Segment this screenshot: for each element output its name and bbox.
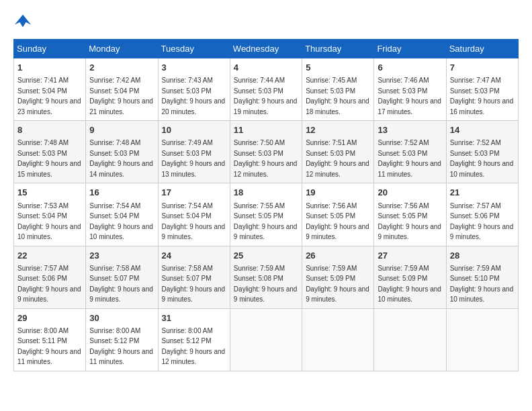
calendar-cell: 18 Sunrise: 7:55 AMSunset: 5:05 PMDaylig… <box>230 183 302 246</box>
day-number: 27 <box>378 250 442 262</box>
calendar-cell: 19 Sunrise: 7:56 AMSunset: 5:05 PMDaylig… <box>302 183 374 246</box>
calendar-cell <box>302 308 374 371</box>
day-info: Sunrise: 7:58 AMSunset: 5:07 PMDaylight:… <box>89 265 153 304</box>
day-info: Sunrise: 7:56 AMSunset: 5:05 PMDaylight:… <box>378 202 441 241</box>
calendar-week-row: 29 Sunrise: 8:00 AMSunset: 5:11 PMDaylig… <box>14 308 519 371</box>
day-number: 4 <box>234 62 298 74</box>
day-info: Sunrise: 7:58 AMSunset: 5:07 PMDaylight:… <box>162 265 226 304</box>
calendar-cell: 7 Sunrise: 7:47 AMSunset: 5:03 PMDayligh… <box>446 58 518 121</box>
day-info: Sunrise: 7:47 AMSunset: 5:03 PMDaylight:… <box>450 77 514 116</box>
day-info: Sunrise: 7:41 AMSunset: 5:04 PMDaylight:… <box>17 77 81 116</box>
logo-icon <box>13 13 32 32</box>
day-number: 19 <box>306 187 370 199</box>
day-info: Sunrise: 7:54 AMSunset: 5:04 PMDaylight:… <box>162 202 226 241</box>
weekday-header-monday: Monday <box>86 40 158 58</box>
day-number: 2 <box>89 62 154 74</box>
day-info: Sunrise: 7:48 AMSunset: 5:03 PMDaylight:… <box>17 139 81 178</box>
calendar-cell: 13 Sunrise: 7:52 AMSunset: 5:03 PMDaylig… <box>374 121 446 183</box>
calendar-cell: 20 Sunrise: 7:56 AMSunset: 5:05 PMDaylig… <box>374 183 446 246</box>
day-number: 3 <box>162 62 226 74</box>
day-number: 23 <box>89 250 154 262</box>
calendar-cell: 21 Sunrise: 7:57 AMSunset: 5:06 PMDaylig… <box>446 183 518 246</box>
calendar-cell <box>446 308 518 371</box>
calendar-cell <box>230 308 302 371</box>
day-info: Sunrise: 7:51 AMSunset: 5:03 PMDaylight:… <box>306 139 369 178</box>
calendar-cell: 30 Sunrise: 8:00 AMSunset: 5:12 PMDaylig… <box>86 308 158 371</box>
day-number: 25 <box>234 250 298 262</box>
day-number: 21 <box>450 187 515 199</box>
day-info: Sunrise: 8:00 AMSunset: 5:12 PMDaylight:… <box>89 327 153 366</box>
day-number: 17 <box>162 187 226 199</box>
calendar-table: SundayMondayTuesdayWednesdayThursdayFrid… <box>13 39 519 371</box>
day-info: Sunrise: 7:59 AMSunset: 5:10 PMDaylight:… <box>450 265 514 304</box>
day-number: 6 <box>378 62 442 74</box>
calendar-week-row: 22 Sunrise: 7:57 AMSunset: 5:06 PMDaylig… <box>14 246 519 308</box>
calendar-cell: 25 Sunrise: 7:59 AMSunset: 5:08 PMDaylig… <box>230 246 302 308</box>
calendar-cell: 24 Sunrise: 7:58 AMSunset: 5:07 PMDaylig… <box>158 246 230 308</box>
calendar-cell: 27 Sunrise: 7:59 AMSunset: 5:09 PMDaylig… <box>374 246 446 308</box>
day-number: 9 <box>89 124 154 136</box>
day-info: Sunrise: 7:59 AMSunset: 5:09 PMDaylight:… <box>306 265 369 304</box>
day-number: 12 <box>306 124 370 136</box>
calendar-cell: 6 Sunrise: 7:46 AMSunset: 5:03 PMDayligh… <box>374 58 446 121</box>
day-info: Sunrise: 7:46 AMSunset: 5:03 PMDaylight:… <box>378 77 441 116</box>
day-number: 22 <box>17 250 82 262</box>
day-number: 20 <box>378 187 442 199</box>
calendar-cell: 31 Sunrise: 8:00 AMSunset: 5:12 PMDaylig… <box>158 308 230 371</box>
calendar-cell: 29 Sunrise: 8:00 AMSunset: 5:11 PMDaylig… <box>14 308 86 371</box>
day-info: Sunrise: 7:52 AMSunset: 5:03 PMDaylight:… <box>378 139 441 178</box>
weekday-header-sunday: Sunday <box>14 40 86 58</box>
calendar-cell: 23 Sunrise: 7:58 AMSunset: 5:07 PMDaylig… <box>86 246 158 308</box>
day-number: 7 <box>450 62 515 74</box>
calendar-cell: 3 Sunrise: 7:43 AMSunset: 5:03 PMDayligh… <box>158 58 230 121</box>
day-number: 31 <box>162 312 226 324</box>
day-number: 15 <box>17 187 82 199</box>
day-info: Sunrise: 8:00 AMSunset: 5:11 PMDaylight:… <box>17 327 81 366</box>
weekday-header-row: SundayMondayTuesdayWednesdayThursdayFrid… <box>14 40 519 58</box>
day-number: 8 <box>17 124 82 136</box>
day-number: 28 <box>450 250 515 262</box>
day-info: Sunrise: 7:59 AMSunset: 5:08 PMDaylight:… <box>234 265 298 304</box>
calendar-cell <box>374 308 446 371</box>
weekday-header-wednesday: Wednesday <box>230 40 302 58</box>
calendar-week-row: 15 Sunrise: 7:53 AMSunset: 5:04 PMDaylig… <box>14 183 519 246</box>
day-number: 30 <box>89 312 154 324</box>
day-info: Sunrise: 7:49 AMSunset: 5:03 PMDaylight:… <box>162 139 226 178</box>
day-info: Sunrise: 7:57 AMSunset: 5:06 PMDaylight:… <box>450 202 514 241</box>
calendar-cell: 2 Sunrise: 7:42 AMSunset: 5:04 PMDayligh… <box>86 58 158 121</box>
weekday-header-thursday: Thursday <box>302 40 374 58</box>
day-info: Sunrise: 7:45 AMSunset: 5:03 PMDaylight:… <box>306 77 369 116</box>
day-info: Sunrise: 7:43 AMSunset: 5:03 PMDaylight:… <box>162 77 226 116</box>
day-info: Sunrise: 7:59 AMSunset: 5:09 PMDaylight:… <box>378 265 441 304</box>
svg-marker-0 <box>15 15 31 28</box>
calendar-cell: 9 Sunrise: 7:48 AMSunset: 5:03 PMDayligh… <box>86 121 158 183</box>
day-info: Sunrise: 7:55 AMSunset: 5:05 PMDaylight:… <box>234 202 298 241</box>
calendar-cell: 14 Sunrise: 7:52 AMSunset: 5:03 PMDaylig… <box>446 121 518 183</box>
day-number: 13 <box>378 124 442 136</box>
day-info: Sunrise: 8:00 AMSunset: 5:12 PMDaylight:… <box>162 327 226 366</box>
day-info: Sunrise: 7:50 AMSunset: 5:03 PMDaylight:… <box>234 139 298 178</box>
calendar-week-row: 8 Sunrise: 7:48 AMSunset: 5:03 PMDayligh… <box>14 121 519 183</box>
calendar-cell: 4 Sunrise: 7:44 AMSunset: 5:03 PMDayligh… <box>230 58 302 121</box>
day-info: Sunrise: 7:42 AMSunset: 5:04 PMDaylight:… <box>89 77 153 116</box>
calendar-cell: 11 Sunrise: 7:50 AMSunset: 5:03 PMDaylig… <box>230 121 302 183</box>
day-info: Sunrise: 7:57 AMSunset: 5:06 PMDaylight:… <box>17 265 81 304</box>
weekday-header-friday: Friday <box>374 40 446 58</box>
calendar-cell: 28 Sunrise: 7:59 AMSunset: 5:10 PMDaylig… <box>446 246 518 308</box>
day-number: 16 <box>89 187 154 199</box>
day-info: Sunrise: 7:44 AMSunset: 5:03 PMDaylight:… <box>234 77 298 116</box>
logo <box>13 13 35 32</box>
calendar-cell: 12 Sunrise: 7:51 AMSunset: 5:03 PMDaylig… <box>302 121 374 183</box>
day-number: 18 <box>234 187 298 199</box>
day-number: 11 <box>234 124 298 136</box>
calendar-cell: 16 Sunrise: 7:54 AMSunset: 5:04 PMDaylig… <box>86 183 158 246</box>
calendar-week-row: 1 Sunrise: 7:41 AMSunset: 5:04 PMDayligh… <box>14 58 519 121</box>
day-number: 29 <box>17 312 82 324</box>
day-info: Sunrise: 7:53 AMSunset: 5:04 PMDaylight:… <box>17 202 81 241</box>
day-info: Sunrise: 7:48 AMSunset: 5:03 PMDaylight:… <box>89 139 153 178</box>
day-info: Sunrise: 7:56 AMSunset: 5:05 PMDaylight:… <box>306 202 369 241</box>
day-info: Sunrise: 7:54 AMSunset: 5:04 PMDaylight:… <box>89 202 153 241</box>
calendar-cell: 5 Sunrise: 7:45 AMSunset: 5:03 PMDayligh… <box>302 58 374 121</box>
day-number: 14 <box>450 124 515 136</box>
day-info: Sunrise: 7:52 AMSunset: 5:03 PMDaylight:… <box>450 139 514 178</box>
